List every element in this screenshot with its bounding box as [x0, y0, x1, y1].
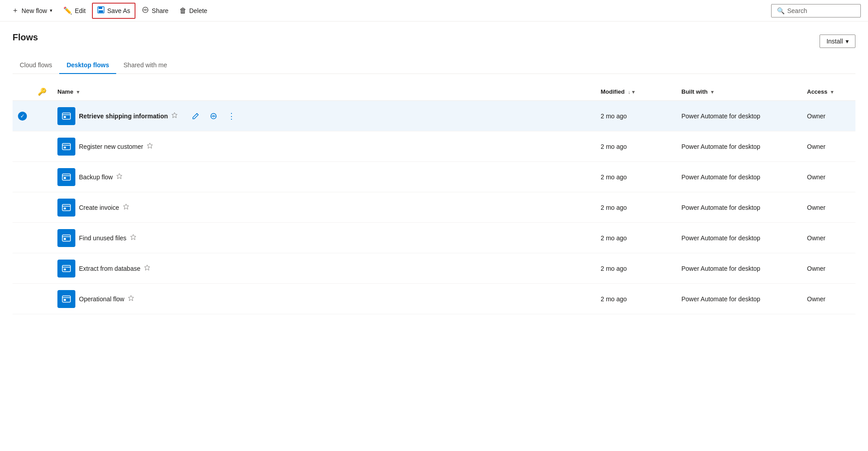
row-builtwith: Power Automate for desktop [676, 223, 802, 253]
row-checkbox[interactable] [13, 223, 32, 253]
table-row[interactable]: Operational flow 2 mo agoPower Automate … [13, 284, 855, 314]
table-row[interactable]: Register new customer 2 mo agoPower Auto… [13, 131, 855, 162]
tab-bar: Cloud flows Desktop flows Shared with me [13, 57, 855, 74]
row-more-button[interactable]: ⋮ [224, 109, 239, 123]
row-name-cell[interactable]: Extract from database [52, 253, 595, 284]
search-placeholder: Search [787, 7, 807, 14]
row-access: Owner [802, 253, 855, 284]
row-checkbox[interactable] [13, 284, 32, 314]
row-access: Owner [802, 192, 855, 223]
row-modified: 2 mo ago [595, 284, 676, 314]
svg-rect-29 [64, 269, 66, 270]
flow-name-cell: Register new customer [57, 138, 590, 156]
flow-icon-box [57, 168, 75, 186]
save-as-icon [97, 6, 105, 15]
search-box[interactable]: 🔍 Search [771, 4, 861, 17]
tab-desktop-flows[interactable]: Desktop flows [59, 57, 116, 74]
svg-rect-13 [64, 147, 66, 148]
edit-button[interactable]: ✏️ Edit [59, 4, 90, 17]
flow-name-cell: Backup flow [57, 168, 590, 186]
install-button[interactable]: Install ▾ [820, 35, 855, 48]
new-flow-label: New flow [22, 7, 47, 14]
row-builtwith: Power Automate for desktop [676, 253, 802, 284]
flows-table: 🔑 Name ▾ Modified ↓ ▾ Built with ▾ Acces… [13, 83, 855, 314]
table-row[interactable]: Backup flow 2 mo agoPower Automate for d… [13, 162, 855, 192]
premium-icon [171, 112, 178, 120]
svg-marker-14 [147, 143, 153, 148]
svg-rect-23 [62, 235, 70, 241]
row-access: Owner [802, 162, 855, 192]
row-name-cell[interactable]: Find unused files [52, 223, 595, 253]
flow-name-cell: Create invoice [57, 199, 590, 217]
new-flow-button[interactable]: ＋ New flow ▾ [7, 3, 57, 18]
col-check-header [13, 83, 32, 101]
row-access: Owner [802, 223, 855, 253]
row-checkbox[interactable]: ✓ [13, 101, 32, 131]
row-builtwith: Power Automate for desktop [676, 101, 802, 131]
svg-rect-1 [99, 7, 102, 9]
share-icon [142, 6, 149, 15]
flow-name-text: Extract from database [79, 265, 140, 272]
row-name-cell[interactable]: Register new customer [52, 131, 595, 162]
delete-label: Delete [189, 7, 207, 14]
row-key-col [32, 192, 52, 223]
premium-icon [116, 173, 122, 181]
flow-name-text: Retrieve shipping information [79, 113, 168, 120]
row-checkbox[interactable] [13, 162, 32, 192]
checkmark-icon: ✓ [18, 112, 27, 121]
row-name-cell[interactable]: Retrieve shipping information ⋮ [52, 101, 595, 131]
flow-name-text: Backup flow [79, 173, 113, 181]
premium-icon [130, 234, 136, 242]
delete-button[interactable]: 🗑 Delete [175, 4, 212, 17]
flow-name-text: Find unused files [79, 234, 126, 242]
col-key-header: 🔑 [32, 83, 52, 101]
table-row[interactable]: Find unused files 2 mo agoPower Automate… [13, 223, 855, 253]
save-as-button[interactable]: Save As [92, 3, 135, 19]
row-name-cell[interactable]: Operational flow [52, 284, 595, 314]
row-share-button[interactable] [206, 109, 221, 123]
premium-icon [147, 143, 153, 150]
row-name-cell[interactable]: Create invoice [52, 192, 595, 223]
svg-marker-8 [172, 113, 177, 118]
svg-marker-26 [131, 234, 136, 240]
premium-icon [128, 295, 134, 303]
svg-rect-7 [64, 116, 66, 118]
svg-rect-17 [64, 177, 66, 179]
row-name-cell[interactable]: Backup flow [52, 162, 595, 192]
row-modified: 2 mo ago [595, 101, 676, 131]
table-row[interactable]: ✓ Retrieve shipping information [13, 101, 855, 131]
row-builtwith: Power Automate for desktop [676, 284, 802, 314]
flow-icon-box [57, 229, 75, 247]
row-checkbox[interactable] [13, 253, 32, 284]
table-row[interactable]: Create invoice 2 mo agoPower Automate fo… [13, 192, 855, 223]
row-access: Owner [802, 101, 855, 131]
flow-name-text: Register new customer [79, 143, 143, 150]
install-label: Install [826, 38, 843, 45]
name-sort-icon: ▾ [77, 89, 79, 95]
tab-shared-with-me[interactable]: Shared with me [116, 57, 174, 74]
row-checkbox[interactable] [13, 192, 32, 223]
svg-rect-21 [64, 208, 66, 209]
table-row[interactable]: Extract from database 2 mo agoPower Auto… [13, 253, 855, 284]
chevron-down-icon: ▾ [50, 8, 52, 13]
col-access-header[interactable]: Access ▾ [802, 83, 855, 101]
svg-rect-33 [64, 299, 66, 301]
tab-cloud-flows[interactable]: Cloud flows [13, 57, 59, 74]
col-modified-header[interactable]: Modified ↓ ▾ [595, 83, 676, 101]
edit-label: Edit [75, 7, 86, 14]
row-key-col [32, 101, 52, 131]
flow-name-text: Operational flow [79, 295, 124, 303]
col-name-header[interactable]: Name ▾ [52, 83, 595, 101]
save-as-label: Save As [107, 7, 130, 14]
edit-icon: ✏️ [63, 6, 72, 15]
share-button[interactable]: Share [137, 4, 173, 18]
delete-icon: 🗑 [179, 7, 187, 15]
svg-marker-34 [128, 295, 134, 301]
access-sort-icon: ▾ [831, 89, 833, 95]
row-edit-button[interactable] [188, 109, 203, 123]
col-builtwith-header[interactable]: Built with ▾ [676, 83, 802, 101]
row-modified: 2 mo ago [595, 162, 676, 192]
row-checkbox[interactable] [13, 131, 32, 162]
premium-icon [144, 265, 150, 272]
svg-rect-19 [62, 204, 70, 211]
